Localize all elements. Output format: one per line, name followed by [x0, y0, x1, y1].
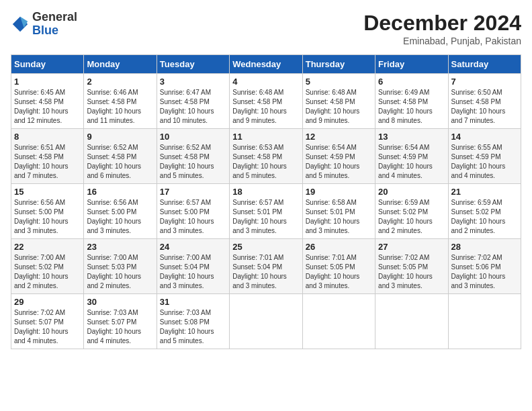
calendar-day-cell: 7Sunrise: 6:50 AMSunset: 4:58 PMDaylight…	[448, 74, 521, 129]
calendar-day-cell: 31Sunrise: 7:03 AMSunset: 5:08 PMDayligh…	[157, 294, 229, 349]
day-number: 31	[160, 297, 226, 307]
day-info: Sunrise: 7:01 AMSunset: 5:04 PMDaylight:…	[232, 253, 299, 291]
empty-cell	[448, 294, 521, 349]
calendar-day-cell: 9Sunrise: 6:52 AMSunset: 4:58 PMDaylight…	[84, 129, 157, 184]
day-info: Sunrise: 6:45 AMSunset: 4:58 PMDaylight:…	[14, 88, 81, 126]
calendar-day-cell: 12Sunrise: 6:54 AMSunset: 4:59 PMDayligh…	[302, 129, 375, 184]
calendar-day-cell: 22Sunrise: 7:00 AMSunset: 5:02 PMDayligh…	[11, 239, 84, 294]
title-block: December 2024 Eminabad, Punjab, Pakistan	[363, 11, 521, 46]
day-number: 7	[451, 77, 518, 87]
day-info: Sunrise: 6:48 AMSunset: 4:58 PMDaylight:…	[306, 88, 372, 126]
calendar-day-cell: 5Sunrise: 6:48 AMSunset: 4:58 PMDaylight…	[302, 74, 375, 129]
logo-blue-text: Blue	[32, 24, 77, 38]
page-header: General Blue December 2024 Eminabad, Pun…	[11, 11, 521, 46]
calendar-day-cell: 27Sunrise: 7:02 AMSunset: 5:05 PMDayligh…	[375, 239, 448, 294]
day-info: Sunrise: 6:52 AMSunset: 4:58 PMDaylight:…	[160, 143, 226, 181]
day-number: 17	[160, 187, 226, 197]
calendar-week-row: 1Sunrise: 6:45 AMSunset: 4:58 PMDaylight…	[11, 74, 521, 129]
day-number: 6	[378, 77, 445, 87]
weekday-header-friday: Friday	[375, 55, 448, 74]
day-number: 5	[306, 77, 372, 87]
day-info: Sunrise: 6:51 AMSunset: 4:58 PMDaylight:…	[14, 143, 81, 181]
day-number: 23	[87, 242, 153, 252]
day-info: Sunrise: 6:54 AMSunset: 4:59 PMDaylight:…	[306, 143, 372, 181]
day-info: Sunrise: 6:59 AMSunset: 5:02 PMDaylight:…	[451, 198, 518, 236]
weekday-header-saturday: Saturday	[448, 55, 521, 74]
day-info: Sunrise: 6:48 AMSunset: 4:58 PMDaylight:…	[232, 88, 299, 126]
day-info: Sunrise: 6:57 AMSunset: 5:00 PMDaylight:…	[160, 198, 226, 236]
calendar-day-cell: 23Sunrise: 7:00 AMSunset: 5:03 PMDayligh…	[84, 239, 157, 294]
day-number: 12	[306, 132, 372, 142]
day-info: Sunrise: 6:56 AMSunset: 5:00 PMDaylight:…	[87, 198, 153, 236]
day-number: 4	[232, 77, 299, 87]
day-number: 27	[378, 242, 445, 252]
location: Eminabad, Punjab, Pakistan	[363, 36, 521, 46]
weekday-header-monday: Monday	[84, 55, 157, 74]
calendar-day-cell: 2Sunrise: 6:46 AMSunset: 4:58 PMDaylight…	[84, 74, 157, 129]
day-number: 13	[378, 132, 445, 142]
logo: General Blue	[11, 11, 77, 38]
logo-icon	[11, 15, 30, 34]
day-info: Sunrise: 6:49 AMSunset: 4:58 PMDaylight:…	[378, 88, 445, 126]
day-info: Sunrise: 6:50 AMSunset: 4:58 PMDaylight:…	[451, 88, 518, 126]
day-number: 20	[378, 187, 445, 197]
day-number: 19	[306, 187, 372, 197]
day-number: 8	[14, 132, 81, 142]
calendar-day-cell: 28Sunrise: 7:02 AMSunset: 5:06 PMDayligh…	[448, 239, 521, 294]
day-info: Sunrise: 6:59 AMSunset: 5:02 PMDaylight:…	[378, 198, 445, 236]
empty-cell	[230, 294, 302, 349]
calendar-day-cell: 3Sunrise: 6:47 AMSunset: 4:58 PMDaylight…	[157, 74, 229, 129]
calendar-week-row: 15Sunrise: 6:56 AMSunset: 5:00 PMDayligh…	[11, 184, 521, 239]
weekday-header-sunday: Sunday	[11, 55, 84, 74]
empty-cell	[302, 294, 375, 349]
calendar-day-cell: 21Sunrise: 6:59 AMSunset: 5:02 PMDayligh…	[448, 184, 521, 239]
day-number: 28	[451, 242, 518, 252]
calendar-day-cell: 4Sunrise: 6:48 AMSunset: 4:58 PMDaylight…	[230, 74, 302, 129]
calendar-day-cell: 15Sunrise: 6:56 AMSunset: 5:00 PMDayligh…	[11, 184, 84, 239]
calendar-day-cell: 6Sunrise: 6:49 AMSunset: 4:58 PMDaylight…	[375, 74, 448, 129]
day-number: 26	[306, 242, 372, 252]
calendar-day-cell: 1Sunrise: 6:45 AMSunset: 4:58 PMDaylight…	[11, 74, 84, 129]
day-info: Sunrise: 6:52 AMSunset: 4:58 PMDaylight:…	[87, 143, 153, 181]
calendar-day-cell: 16Sunrise: 6:56 AMSunset: 5:00 PMDayligh…	[84, 184, 157, 239]
calendar-table: SundayMondayTuesdayWednesdayThursdayFrid…	[11, 54, 521, 349]
day-info: Sunrise: 7:00 AMSunset: 5:02 PMDaylight:…	[14, 253, 81, 291]
day-info: Sunrise: 7:00 AMSunset: 5:03 PMDaylight:…	[87, 253, 153, 291]
day-number: 25	[232, 242, 299, 252]
day-info: Sunrise: 7:03 AMSunset: 5:08 PMDaylight:…	[160, 308, 226, 346]
calendar-day-cell: 20Sunrise: 6:59 AMSunset: 5:02 PMDayligh…	[375, 184, 448, 239]
day-info: Sunrise: 7:02 AMSunset: 5:05 PMDaylight:…	[378, 253, 445, 291]
calendar-day-cell: 18Sunrise: 6:57 AMSunset: 5:01 PMDayligh…	[230, 184, 302, 239]
calendar-day-cell: 25Sunrise: 7:01 AMSunset: 5:04 PMDayligh…	[230, 239, 302, 294]
calendar-day-cell: 14Sunrise: 6:55 AMSunset: 4:59 PMDayligh…	[448, 129, 521, 184]
day-info: Sunrise: 6:55 AMSunset: 4:59 PMDaylight:…	[451, 143, 518, 181]
calendar-week-row: 29Sunrise: 7:02 AMSunset: 5:07 PMDayligh…	[11, 294, 521, 349]
day-number: 15	[14, 187, 81, 197]
calendar-day-cell: 17Sunrise: 6:57 AMSunset: 5:00 PMDayligh…	[157, 184, 229, 239]
day-info: Sunrise: 6:53 AMSunset: 4:58 PMDaylight:…	[232, 143, 299, 181]
day-info: Sunrise: 7:02 AMSunset: 5:06 PMDaylight:…	[451, 253, 518, 291]
day-info: Sunrise: 6:54 AMSunset: 4:59 PMDaylight:…	[378, 143, 445, 181]
calendar-day-cell: 24Sunrise: 7:00 AMSunset: 5:04 PMDayligh…	[157, 239, 229, 294]
day-number: 2	[87, 77, 153, 87]
weekday-header-row: SundayMondayTuesdayWednesdayThursdayFrid…	[11, 55, 521, 74]
logo-general-text: General	[32, 11, 77, 24]
calendar-day-cell: 30Sunrise: 7:03 AMSunset: 5:07 PMDayligh…	[84, 294, 157, 349]
day-number: 11	[232, 132, 299, 142]
calendar-day-cell: 11Sunrise: 6:53 AMSunset: 4:58 PMDayligh…	[230, 129, 302, 184]
day-number: 1	[14, 77, 81, 87]
day-number: 21	[451, 187, 518, 197]
day-info: Sunrise: 6:46 AMSunset: 4:58 PMDaylight:…	[87, 88, 153, 126]
day-number: 29	[14, 297, 81, 307]
calendar-day-cell: 26Sunrise: 7:01 AMSunset: 5:05 PMDayligh…	[302, 239, 375, 294]
day-info: Sunrise: 7:03 AMSunset: 5:07 PMDaylight:…	[87, 308, 153, 346]
day-number: 10	[160, 132, 226, 142]
empty-cell	[375, 294, 448, 349]
calendar-day-cell: 29Sunrise: 7:02 AMSunset: 5:07 PMDayligh…	[11, 294, 84, 349]
calendar-week-row: 22Sunrise: 7:00 AMSunset: 5:02 PMDayligh…	[11, 239, 521, 294]
day-number: 24	[160, 242, 226, 252]
day-info: Sunrise: 6:58 AMSunset: 5:01 PMDaylight:…	[306, 198, 372, 236]
day-number: 18	[232, 187, 299, 197]
day-info: Sunrise: 7:00 AMSunset: 5:04 PMDaylight:…	[160, 253, 226, 291]
day-info: Sunrise: 7:02 AMSunset: 5:07 PMDaylight:…	[14, 308, 81, 346]
